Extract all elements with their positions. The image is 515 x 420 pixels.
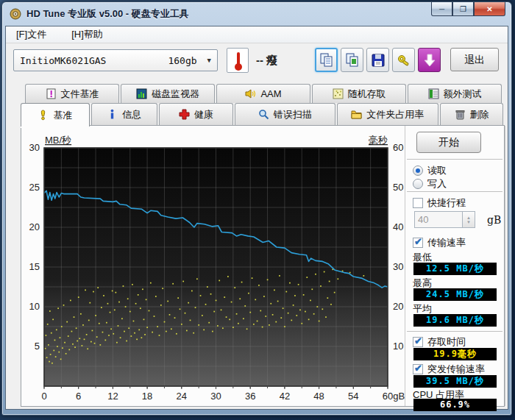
drive-select-dropdown[interactable]: InitioMK6021GAS 160gb ▼ — [13, 49, 218, 71]
access-time-checkbox[interactable] — [413, 337, 423, 347]
svg-text:12: 12 — [107, 391, 118, 402]
tab-error-scan[interactable]: 错误扫描 — [235, 103, 335, 125]
drive-capacity: 160gb — [168, 55, 196, 66]
svg-text:30: 30 — [210, 391, 221, 402]
tab-info[interactable]: 信息 — [91, 103, 157, 125]
extra-tests-icon — [428, 88, 439, 99]
svg-text:10: 10 — [393, 341, 403, 352]
quick-span-checkbox[interactable] — [413, 198, 423, 208]
burst-rate-checkbox[interactable] — [413, 364, 423, 374]
read-radio[interactable] — [413, 165, 423, 176]
svg-text:20: 20 — [29, 221, 40, 232]
left-axis-title: MB/秒 — [45, 135, 71, 146]
tab-extra-tests[interactable]: 额外测试 — [408, 84, 502, 103]
svg-text:60: 60 — [393, 142, 403, 153]
options-icon — [397, 53, 411, 68]
main-tab-strip: 基准 信息 健康 错误扫描 — [21, 103, 505, 125]
temperature-value: -- 癈 — [256, 54, 277, 68]
menu-file[interactable]: [F]文件 — [13, 26, 49, 43]
trash-icon — [455, 109, 466, 120]
minimize-button[interactable]: ─ — [431, 2, 452, 16]
quick-span-row[interactable]: 快捷行程 — [413, 196, 466, 210]
start-button[interactable]: 开始 — [416, 132, 481, 153]
svg-text:5: 5 — [35, 341, 40, 352]
span-size-unit: gB — [487, 214, 501, 226]
access-time-value: 19.9毫秒 — [413, 348, 497, 360]
min-value: 12.5 MB/秒 — [413, 263, 497, 275]
svg-text:6: 6 — [76, 391, 81, 402]
control-panel: 开始 读取 写入 快捷行程 ▲▼ gB — [405, 126, 505, 406]
copy-image-button[interactable] — [341, 48, 363, 72]
quick-span-label: 快捷行程 — [427, 196, 466, 210]
save-button[interactable] — [366, 48, 389, 72]
svg-text:50: 50 — [393, 182, 403, 193]
transfer-rate-checkbox[interactable] — [413, 238, 423, 248]
transfer-rate-row[interactable]: 传输速率 — [413, 236, 466, 249]
menu-help[interactable]: [H]帮助 — [68, 26, 106, 43]
svg-text:20: 20 — [393, 301, 403, 312]
magnifier-icon — [258, 109, 269, 120]
svg-text:10: 10 — [29, 301, 40, 312]
svg-text:40: 40 — [393, 221, 403, 232]
chevron-down-icon: ▼ — [207, 57, 211, 64]
tab-folder-usage[interactable]: 文件夹占用率 — [337, 103, 438, 125]
read-radio-row[interactable]: 读取 — [413, 164, 447, 177]
tab-file-benchmark[interactable]: 文件基准 — [25, 84, 119, 103]
svg-text:18: 18 — [142, 391, 152, 402]
access-time-row[interactable]: 存取时间 — [413, 335, 466, 349]
download-button[interactable] — [418, 48, 441, 72]
app-icon — [10, 8, 21, 20]
write-radio[interactable] — [413, 179, 423, 189]
file-benchmark-icon — [46, 88, 57, 99]
svg-text:24: 24 — [177, 391, 187, 402]
svg-text:60gB: 60gB — [383, 391, 405, 402]
restore-button[interactable]: ❐ — [452, 2, 474, 16]
tab-health[interactable]: 健康 — [159, 103, 234, 125]
benchmark-chart: MB/秒 毫秒 30252015105605040302010061218243… — [23, 127, 431, 408]
span-size-stepper[interactable]: ▲▼ — [463, 211, 475, 228]
svg-text:0: 0 — [41, 391, 46, 402]
copy-text-button[interactable] — [315, 48, 338, 72]
info-icon — [107, 109, 118, 120]
restore-icon: ❐ — [460, 5, 466, 13]
tab-aam[interactable]: AAM — [216, 84, 310, 103]
folder-icon — [351, 109, 362, 120]
close-icon: ✕ — [486, 5, 492, 13]
menu-bar: [F]文件 [H]帮助 — [6, 26, 508, 43]
svg-text:30: 30 — [29, 142, 40, 153]
tab-erase[interactable]: 删除 — [440, 103, 503, 125]
svg-text:25: 25 — [29, 182, 40, 193]
span-size-input[interactable] — [414, 211, 463, 228]
client-area: [F]文件 [H]帮助 InitioMK6021GAS 160gb ▼ -- 癈 — [5, 26, 508, 410]
options-button[interactable] — [392, 48, 415, 72]
minimize-icon: ─ — [439, 5, 444, 13]
drive-name: InitioMK6021GAS — [20, 55, 168, 66]
tab-random-access[interactable]: 随机存取 — [312, 84, 406, 103]
svg-text:48: 48 — [313, 391, 324, 402]
cpu-usage-value: 66.9% — [413, 399, 497, 411]
tab-disk-monitor[interactable]: 磁盘监视器 — [121, 84, 215, 103]
right-axis-title: 毫秒 — [369, 135, 388, 146]
benchmark-page: MB/秒 毫秒 30252015105605040302010061218243… — [21, 125, 505, 407]
burst-rate-row[interactable]: 突发传输速率 — [413, 363, 485, 376]
svg-text:42: 42 — [280, 391, 290, 402]
health-cross-icon — [179, 109, 190, 120]
window-title: HD Tune 专业版 v5.00 - 硬盘专业工具 — [26, 7, 189, 21]
disk-monitor-icon — [136, 88, 147, 99]
titlebar[interactable]: HD Tune 专业版 v5.00 - 硬盘专业工具 ─ ❐ ✕ — [2, 2, 511, 25]
close-button[interactable]: ✕ — [474, 2, 505, 16]
svg-text:30: 30 — [393, 261, 403, 272]
benchmark-icon — [38, 110, 49, 121]
tab-benchmark[interactable]: 基准 — [21, 103, 90, 127]
read-label: 读取 — [427, 164, 447, 177]
transfer-rate-label: 传输速率 — [427, 236, 466, 249]
download-arrow-icon — [424, 54, 436, 67]
exit-button[interactable]: 退出 — [450, 48, 499, 71]
speaker-icon — [245, 88, 256, 99]
burst-rate-label: 突发传输速率 — [427, 363, 485, 376]
secondary-tab-strip: 文件基准 磁盘监视器 AAM — [25, 84, 503, 103]
span-size-row: ▲▼ gB — [414, 211, 501, 228]
temperature-indicator — [227, 48, 249, 73]
max-value: 24.5 MB/秒 — [413, 288, 497, 301]
write-radio-row[interactable]: 写入 — [413, 177, 447, 191]
